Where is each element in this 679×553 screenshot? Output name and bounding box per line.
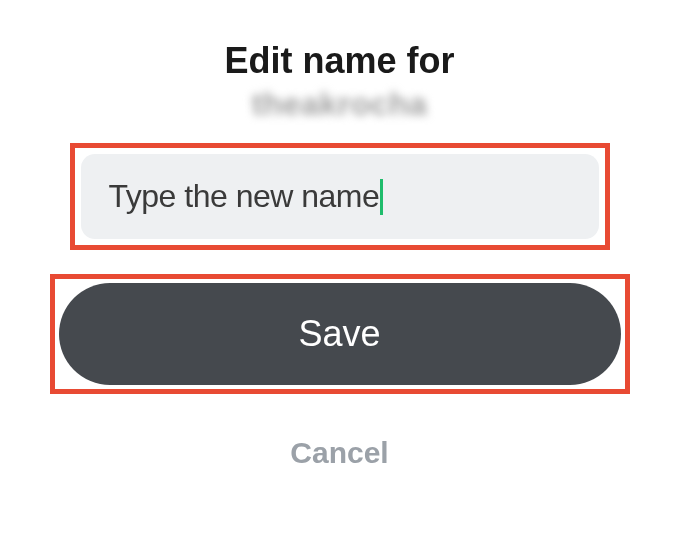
name-input[interactable]: Type the new name	[81, 154, 599, 239]
text-cursor	[380, 179, 383, 215]
username-label: theakrocha	[252, 86, 428, 123]
name-input-text: Type the new name	[109, 178, 380, 215]
input-highlight-annotation: Type the new name	[70, 143, 610, 250]
save-highlight-annotation: Save	[50, 274, 630, 394]
dialog-title: Edit name for	[224, 40, 454, 82]
cancel-button[interactable]: Cancel	[290, 436, 388, 470]
save-button[interactable]: Save	[59, 283, 621, 385]
